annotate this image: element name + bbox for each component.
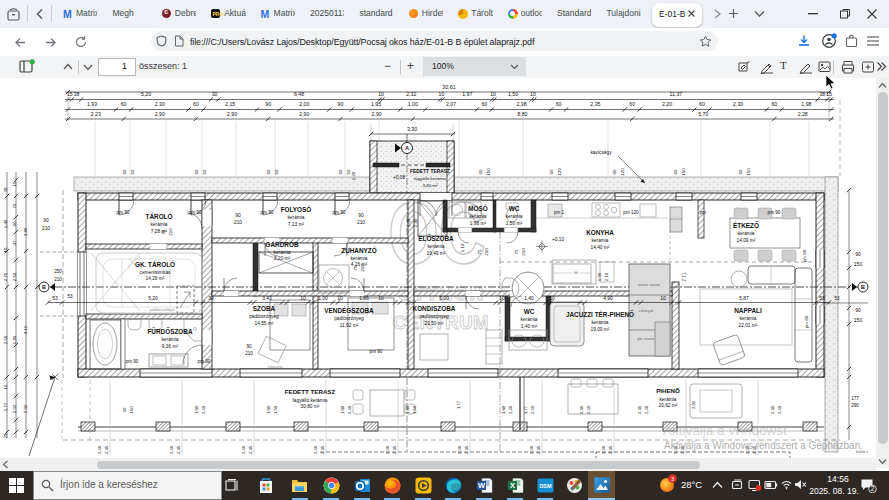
svg-text:2,40: 2,40 (508, 405, 513, 414)
svg-text:2,90: 2,90 (530, 405, 535, 414)
svg-text:2,10: 2,10 (604, 272, 609, 281)
svg-text:30: 30 (208, 295, 214, 301)
svg-text:10: 10 (549, 295, 555, 301)
svg-text:2,30: 2,30 (155, 101, 165, 107)
svg-text:ZUHANYZÓ: ZUHANYZÓ (341, 246, 377, 254)
svg-text:2,30: 2,30 (733, 101, 743, 107)
svg-text:cementsimítás: cementsimítás (140, 270, 172, 275)
svg-text:FÜRDŐSZOBA: FÜRDŐSZOBA (147, 327, 192, 335)
svg-text:W: W (478, 481, 486, 490)
svg-text:padlószőnyeg: padlószőnyeg (419, 314, 449, 319)
svg-text:TÁROLÓ: TÁROLÓ (146, 212, 173, 220)
svg-text:4,26 m²: 4,26 m² (351, 262, 368, 267)
svg-text:47: 47 (12, 240, 17, 245)
svg-text:150: 150 (486, 168, 491, 176)
svg-text:2,15: 2,15 (225, 101, 235, 107)
svg-text:2,40: 2,40 (201, 405, 206, 414)
svg-text:FEDETT TERASZ: FEDETT TERASZ (410, 169, 450, 174)
svg-text:száraz szauna: száraz szauna (638, 283, 660, 287)
svg-text:kerámia: kerámia (591, 238, 608, 243)
svg-text:2,75: 2,75 (3, 272, 8, 281)
svg-text:B: B (861, 284, 865, 290)
svg-text:3: 3 (671, 476, 674, 482)
svg-text:14,09 m²: 14,09 m² (737, 238, 756, 243)
svg-text:10: 10 (439, 91, 445, 97)
svg-text:X: X (510, 481, 515, 490)
svg-text:177: 177 (851, 396, 859, 401)
svg-text:10: 10 (378, 91, 384, 97)
svg-text:1,77: 1,77 (3, 402, 8, 411)
svg-text:2,07: 2,07 (446, 101, 456, 107)
svg-text:2,40: 2,40 (777, 405, 782, 414)
svg-text:38: 38 (74, 91, 80, 97)
svg-text:NAPPALI: NAPPALI (734, 307, 762, 314)
svg-text:2,23: 2,23 (91, 111, 101, 117)
svg-text:8,80: 8,80 (517, 111, 527, 117)
svg-text:padlószőnyeg: padlószőnyeg (249, 314, 279, 319)
svg-text:1,20: 1,20 (351, 171, 356, 180)
svg-text:20,62 m²: 20,62 m² (659, 403, 678, 408)
svg-text:60: 60 (478, 169, 483, 174)
svg-text:10: 10 (3, 247, 8, 252)
svg-text:H: H (575, 270, 578, 275)
svg-text:2,02: 2,02 (12, 404, 17, 413)
svg-text:pm 90: pm 90 (802, 249, 807, 262)
svg-text:pm 90: pm 90 (117, 210, 130, 215)
svg-text:kavicságy: kavicságy (590, 150, 612, 155)
svg-text:60: 60 (193, 101, 199, 107)
svg-text:10: 10 (378, 295, 384, 301)
svg-text:2,35: 2,35 (464, 445, 469, 454)
svg-text:2,00: 2,00 (299, 101, 309, 107)
svg-text:5,00: 5,00 (439, 295, 449, 301)
svg-text:3,20 m²: 3,20 m² (274, 256, 291, 261)
svg-text:2,50: 2,50 (12, 272, 17, 281)
svg-text:11,92 m²: 11,92 m² (340, 323, 359, 328)
svg-text:3,30: 3,30 (407, 126, 417, 132)
svg-text:2,35: 2,35 (637, 405, 642, 414)
svg-text:1,10: 1,10 (460, 243, 465, 252)
svg-text:WC: WC (524, 308, 535, 315)
svg-text:210: 210 (357, 220, 365, 225)
svg-text:60: 60 (738, 169, 743, 174)
svg-text:120: 120 (620, 168, 625, 176)
svg-text:210: 210 (484, 248, 489, 256)
svg-text:VENDÉGSZOBA: VENDÉGSZOBA (324, 306, 374, 314)
svg-text:16: 16 (3, 384, 8, 389)
svg-text:50: 50 (274, 169, 279, 174)
svg-text:1,80: 1,80 (194, 405, 199, 414)
svg-text:1,00: 1,00 (406, 218, 411, 227)
svg-text:38: 38 (3, 187, 8, 192)
svg-text:75: 75 (477, 249, 482, 254)
svg-text:7,13 m²: 7,13 m² (288, 222, 305, 227)
svg-text:gőz szauna: gőz szauna (637, 337, 654, 341)
svg-text:fagyálló kerámia: fagyálló kerámia (414, 176, 447, 181)
svg-text:2,40: 2,40 (97, 445, 102, 454)
svg-text:4,90: 4,90 (603, 295, 613, 301)
svg-text:250: 250 (54, 269, 62, 274)
svg-text:2,02: 2,02 (23, 404, 28, 413)
svg-text:1,40: 1,40 (524, 295, 534, 301)
svg-text:2,56: 2,56 (3, 335, 8, 344)
svg-text:kerámia: kerámia (150, 222, 167, 227)
svg-text:14,29 m²: 14,29 m² (146, 276, 165, 281)
svg-text:PIHENŐ: PIHENŐ (656, 387, 680, 394)
svg-text:60: 60 (122, 169, 127, 174)
svg-text:5,20: 5,20 (148, 295, 158, 301)
svg-text:2,90: 2,90 (155, 111, 165, 117)
svg-text:10: 10 (660, 295, 666, 301)
svg-text:KONYHA: KONYHA (586, 229, 614, 236)
svg-text:kerámia: kerámia (287, 215, 304, 220)
svg-text:padlóösszefolyó: padlóösszefolyó (150, 308, 174, 312)
svg-text:1,80: 1,80 (12, 335, 17, 344)
svg-text:2,40: 2,40 (385, 445, 390, 454)
svg-text:210: 210 (54, 277, 62, 282)
svg-text:1,95: 1,95 (371, 101, 381, 107)
svg-text:2,40: 2,40 (457, 445, 462, 454)
svg-text:1,00: 1,00 (318, 295, 328, 301)
svg-text:2,90: 2,90 (299, 111, 309, 117)
svg-text:60: 60 (612, 169, 617, 174)
svg-text:íróasztal: íróasztal (268, 365, 283, 369)
svg-text:+0,08: +0,08 (393, 175, 405, 180)
svg-text:1,98: 1,98 (801, 101, 811, 107)
svg-text:7,71: 7,71 (682, 272, 687, 281)
